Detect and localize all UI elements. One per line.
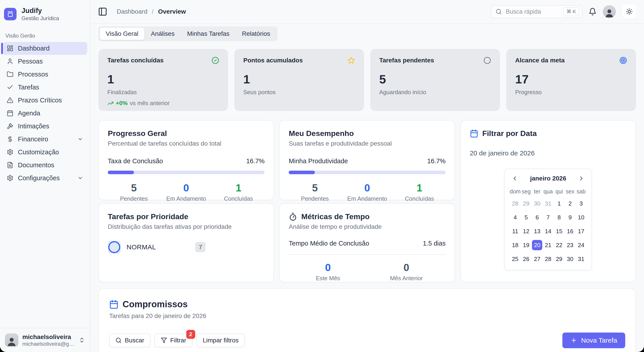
calendar-day[interactable]: 28 (510, 198, 520, 209)
calendar-day[interactable]: 14 (543, 226, 553, 236)
calendar-day[interactable]: 15 (554, 226, 564, 236)
sidebar-item-intimacoes[interactable]: Intimações (3, 120, 87, 132)
appointments-card: Compromissos Tarefas para 20 de janeiro … (98, 288, 636, 352)
card-title: Tarefas por Prioridade (108, 212, 264, 221)
search-shortcut-badge: ⌘ K (563, 7, 579, 16)
calendar-day[interactable]: 31 (576, 254, 586, 264)
clear-filters-button[interactable]: Limpar filtros (196, 334, 245, 347)
calendar-day[interactable]: 26 (521, 254, 531, 264)
stat-title: Pontos acumulados (243, 57, 303, 64)
alert-triangle-icon (7, 97, 14, 104)
sidebar-item-configuracoes[interactable]: Configurações (3, 172, 87, 184)
trending-up-icon (107, 100, 114, 106)
brand-name: Judify (22, 7, 59, 15)
bell-icon[interactable] (588, 8, 596, 16)
priority-circle-icon (108, 241, 121, 254)
folder-icon (7, 71, 14, 78)
sidebar-item-financeiro[interactable]: Financeiro (3, 133, 87, 146)
sidebar-item-pessoas[interactable]: Pessoas (3, 55, 87, 68)
calendar-day[interactable]: 22 (554, 240, 564, 250)
calendar-day-selected[interactable]: 20 (532, 240, 542, 250)
calendar-day[interactable]: 16 (565, 226, 575, 236)
calendar-day[interactable]: 21 (543, 240, 553, 250)
calendar-day[interactable]: 5 (521, 212, 531, 222)
priority-row-normal: NORMAL7 (108, 241, 264, 254)
tab-relatorios[interactable]: Relatórios (236, 28, 276, 40)
calendar-day[interactable]: 30 (565, 254, 575, 264)
calendar-day[interactable]: 30 (532, 198, 542, 209)
calendar-day[interactable]: 17 (576, 226, 586, 236)
sidebar-item-documentos[interactable]: Documentos (3, 159, 87, 172)
calendar-day[interactable]: 29 (521, 198, 531, 209)
sidebar-nav: DashboardPessoasProcessosTarefasPrazos C… (0, 42, 90, 328)
calendar-day[interactable]: 4 (510, 212, 520, 222)
breadcrumb-section[interactable]: Dashboard (117, 8, 147, 15)
selected-date-text: 20 de janeiro de 2026 (470, 150, 626, 157)
weekday-label: dom (510, 188, 520, 195)
sidebar-item-dashboard[interactable]: Dashboard (3, 42, 87, 55)
sidebar-item-processos[interactable]: Processos (3, 68, 87, 81)
sidebar-item-prazos-criticos[interactable]: Prazos Críticos (3, 94, 87, 107)
calendar-day[interactable]: 11 (510, 226, 520, 236)
stat-value: 1 (243, 73, 355, 85)
filter-button[interactable]: Filtrar 2 (154, 334, 192, 347)
metric-value: 16.7% (246, 158, 264, 165)
stat-title: Tarefas pendentes (379, 57, 434, 64)
theme-toggle-button[interactable] (622, 4, 636, 19)
calendar-day[interactable]: 29 (554, 254, 564, 264)
calendar-icon (109, 300, 118, 309)
sidebar-item-label: Pessoas (18, 58, 43, 65)
quick-search[interactable]: ⌘ K (491, 5, 582, 18)
calendar-day[interactable]: 7 (543, 212, 553, 222)
sidebar-item-customizacao[interactable]: Customização (3, 146, 87, 158)
calendar-day[interactable]: 25 (510, 254, 520, 264)
calendar-day[interactable]: 19 (521, 240, 531, 250)
weekday-label: seg (520, 188, 532, 195)
weekday-label: qua (543, 188, 554, 195)
calendar-day[interactable]: 1 (554, 198, 564, 209)
calendar-day[interactable]: 23 (565, 240, 575, 250)
stat-card-tarefas-pendentes: Tarefas pendentes5Aguardando início (370, 49, 500, 111)
tab-visao-geral[interactable]: Visão Geral (100, 28, 144, 40)
stat-concluidas: 1Concluídas (393, 183, 446, 202)
calendar-day[interactable]: 18 (510, 240, 520, 250)
stat-card-alcance-da-meta: Alcance da meta17Progresso (506, 49, 636, 111)
sidebar-item-agenda[interactable]: Agenda (3, 107, 87, 120)
search-tasks-button[interactable]: Buscar (109, 334, 150, 347)
tab-minhas-tarefas[interactable]: Minhas Tarefas (181, 28, 236, 40)
new-task-button[interactable]: Nova Tarefa (562, 332, 625, 348)
calendar-next-icon[interactable] (578, 175, 585, 182)
calendar-day[interactable]: 6 (532, 212, 542, 222)
calendar-grid: domsegterquaquisexsab2829303112345678910… (510, 188, 586, 264)
stat-value: 17 (515, 73, 627, 85)
stat-em-andamento: 0Em Andamento (160, 183, 212, 202)
sidebar-item-label: Customização (18, 148, 59, 156)
sidebar-item-label: Prazos Críticos (18, 96, 62, 104)
time-stat-mes-anterior: 0Mês Anterior (367, 262, 446, 282)
calendar-prev-icon[interactable] (512, 175, 518, 182)
calendar-day[interactable]: 8 (554, 212, 564, 222)
calendar-day[interactable]: 13 (532, 226, 542, 236)
calendar-day[interactable]: 9 (565, 212, 575, 222)
sidebar-toggle-icon[interactable] (98, 7, 107, 16)
header-avatar[interactable] (603, 5, 616, 18)
tab-analises[interactable]: Análises (145, 28, 181, 40)
calendar-day[interactable]: 2 (565, 198, 575, 209)
weekday-label: sex (564, 188, 576, 195)
calendar-day[interactable]: 27 (532, 254, 542, 264)
calendar-day[interactable]: 28 (543, 254, 553, 264)
metric-label: Tempo Médio de Conclusão (289, 240, 369, 247)
search-input[interactable] (505, 8, 560, 16)
sidebar-item-tarefas[interactable]: Tarefas (3, 81, 87, 94)
calendar-day[interactable]: 24 (576, 240, 586, 250)
calendar-day[interactable]: 3 (576, 198, 586, 209)
filter-count-badge: 2 (186, 330, 195, 339)
card-title: Meu Desempenho (289, 129, 446, 138)
calendar-day[interactable]: 10 (576, 212, 586, 222)
star-icon (348, 56, 355, 64)
user-footer[interactable]: michaelsoliveira michaelsoliveira@gmail.… (0, 328, 90, 352)
user-name: michaelsoliveira (22, 333, 75, 341)
calendar-day[interactable]: 31 (543, 198, 553, 209)
file-text-icon (7, 162, 14, 168)
calendar-day[interactable]: 12 (521, 226, 531, 236)
